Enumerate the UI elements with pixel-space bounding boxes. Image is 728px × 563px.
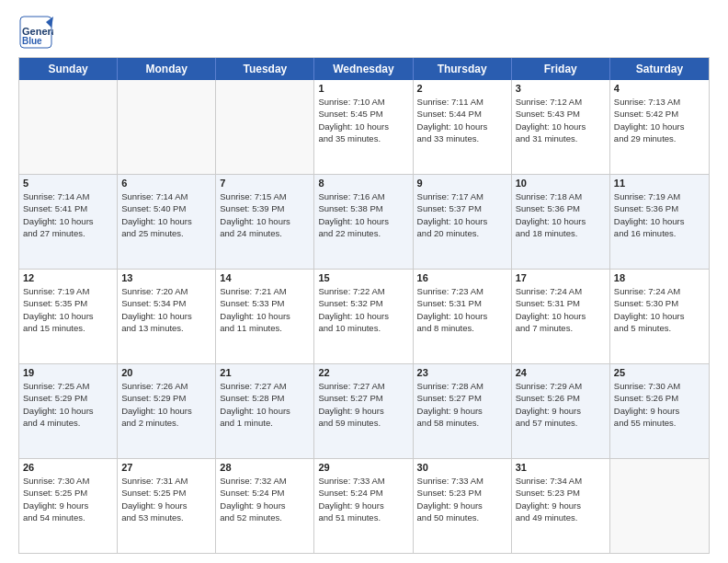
header-cell-monday: Monday	[118, 58, 216, 80]
header-cell-sunday: Sunday	[19, 58, 118, 80]
day-info-11: Sunrise: 7:19 AM Sunset: 5:36 PM Dayligh…	[614, 190, 705, 239]
calendar-row-2: 12Sunrise: 7:19 AM Sunset: 5:35 PM Dayli…	[19, 269, 709, 363]
day-info-24: Sunrise: 7:29 AM Sunset: 5:26 PM Dayligh…	[516, 380, 606, 429]
day-number-14: 14	[220, 272, 310, 283]
day-number-28: 28	[220, 462, 310, 473]
day-cell-2: 2Sunrise: 7:11 AM Sunset: 5:44 PM Daylig…	[414, 80, 512, 174]
day-number-30: 30	[417, 462, 507, 473]
day-number-4: 4	[614, 83, 705, 94]
day-info-31: Sunrise: 7:34 AM Sunset: 5:23 PM Dayligh…	[516, 475, 606, 523]
day-info-16: Sunrise: 7:23 AM Sunset: 5:31 PM Dayligh…	[417, 285, 507, 334]
day-cell-26: 26Sunrise: 7:30 AM Sunset: 5:25 PM Dayli…	[19, 459, 118, 553]
day-cell-29: 29Sunrise: 7:33 AM Sunset: 5:24 PM Dayli…	[314, 459, 413, 553]
day-info-25: Sunrise: 7:30 AM Sunset: 5:26 PM Dayligh…	[614, 380, 705, 429]
day-number-1: 1	[318, 83, 408, 94]
calendar-body: 1Sunrise: 7:10 AM Sunset: 5:45 PM Daylig…	[19, 80, 709, 553]
day-number-2: 2	[417, 83, 507, 94]
empty-cell-r0c1	[118, 80, 216, 174]
day-number-23: 23	[417, 367, 507, 378]
day-cell-19: 19Sunrise: 7:25 AM Sunset: 5:29 PM Dayli…	[19, 364, 118, 458]
calendar-row-1: 5Sunrise: 7:14 AM Sunset: 5:41 PM Daylig…	[19, 174, 709, 269]
page-header: General Blue	[18, 15, 710, 50]
day-cell-9: 9Sunrise: 7:17 AM Sunset: 5:37 PM Daylig…	[414, 175, 512, 269]
day-number-5: 5	[23, 178, 113, 189]
day-info-10: Sunrise: 7:18 AM Sunset: 5:36 PM Dayligh…	[516, 190, 606, 239]
day-cell-6: 6Sunrise: 7:14 AM Sunset: 5:40 PM Daylig…	[118, 175, 216, 269]
day-cell-1: 1Sunrise: 7:10 AM Sunset: 5:45 PM Daylig…	[314, 80, 413, 174]
calendar-row-4: 26Sunrise: 7:30 AM Sunset: 5:25 PM Dayli…	[19, 458, 709, 553]
empty-cell-r0c2	[216, 80, 314, 174]
day-number-15: 15	[318, 272, 408, 283]
day-info-28: Sunrise: 7:32 AM Sunset: 5:24 PM Dayligh…	[220, 475, 310, 523]
day-cell-17: 17Sunrise: 7:24 AM Sunset: 5:31 PM Dayli…	[512, 270, 610, 363]
day-info-7: Sunrise: 7:15 AM Sunset: 5:39 PM Dayligh…	[220, 190, 310, 239]
day-cell-16: 16Sunrise: 7:23 AM Sunset: 5:31 PM Dayli…	[414, 270, 512, 363]
day-cell-25: 25Sunrise: 7:30 AM Sunset: 5:26 PM Dayli…	[610, 364, 709, 458]
day-number-26: 26	[23, 462, 113, 473]
day-number-27: 27	[121, 462, 211, 473]
day-cell-4: 4Sunrise: 7:13 AM Sunset: 5:42 PM Daylig…	[610, 80, 709, 174]
day-cell-3: 3Sunrise: 7:12 AM Sunset: 5:43 PM Daylig…	[512, 80, 610, 174]
day-number-20: 20	[121, 367, 211, 378]
day-number-10: 10	[516, 178, 606, 189]
day-number-11: 11	[614, 178, 705, 189]
day-cell-7: 7Sunrise: 7:15 AM Sunset: 5:39 PM Daylig…	[216, 175, 314, 269]
day-info-21: Sunrise: 7:27 AM Sunset: 5:28 PM Dayligh…	[220, 380, 310, 429]
day-number-25: 25	[614, 367, 705, 378]
header-cell-thursday: Thursday	[414, 58, 512, 80]
day-number-16: 16	[417, 272, 507, 283]
logo-icon: General Blue	[18, 15, 53, 50]
day-cell-14: 14Sunrise: 7:21 AM Sunset: 5:33 PM Dayli…	[216, 270, 314, 363]
header-cell-wednesday: Wednesday	[314, 58, 413, 80]
day-info-2: Sunrise: 7:11 AM Sunset: 5:44 PM Dayligh…	[417, 96, 507, 144]
day-info-6: Sunrise: 7:14 AM Sunset: 5:40 PM Dayligh…	[121, 190, 211, 239]
day-cell-10: 10Sunrise: 7:18 AM Sunset: 5:36 PM Dayli…	[512, 175, 610, 269]
day-number-6: 6	[121, 178, 211, 189]
empty-cell-r0c0	[19, 80, 118, 174]
day-cell-11: 11Sunrise: 7:19 AM Sunset: 5:36 PM Dayli…	[610, 175, 709, 269]
day-cell-24: 24Sunrise: 7:29 AM Sunset: 5:26 PM Dayli…	[512, 364, 610, 458]
day-number-22: 22	[318, 367, 408, 378]
day-cell-27: 27Sunrise: 7:31 AM Sunset: 5:25 PM Dayli…	[118, 459, 216, 553]
day-info-14: Sunrise: 7:21 AM Sunset: 5:33 PM Dayligh…	[220, 285, 310, 334]
day-info-17: Sunrise: 7:24 AM Sunset: 5:31 PM Dayligh…	[516, 285, 606, 334]
day-number-24: 24	[516, 367, 606, 378]
day-number-12: 12	[23, 272, 113, 283]
day-info-18: Sunrise: 7:24 AM Sunset: 5:30 PM Dayligh…	[614, 285, 705, 334]
day-cell-20: 20Sunrise: 7:26 AM Sunset: 5:29 PM Dayli…	[118, 364, 216, 458]
day-cell-5: 5Sunrise: 7:14 AM Sunset: 5:41 PM Daylig…	[19, 175, 118, 269]
day-number-31: 31	[516, 462, 606, 473]
day-number-19: 19	[23, 367, 113, 378]
day-cell-8: 8Sunrise: 7:16 AM Sunset: 5:38 PM Daylig…	[314, 175, 413, 269]
day-cell-13: 13Sunrise: 7:20 AM Sunset: 5:34 PM Dayli…	[118, 270, 216, 363]
day-info-23: Sunrise: 7:28 AM Sunset: 5:27 PM Dayligh…	[417, 380, 507, 429]
day-info-3: Sunrise: 7:12 AM Sunset: 5:43 PM Dayligh…	[516, 96, 606, 144]
day-cell-23: 23Sunrise: 7:28 AM Sunset: 5:27 PM Dayli…	[414, 364, 512, 458]
calendar-header-row: SundayMondayTuesdayWednesdayThursdayFrid…	[19, 58, 709, 80]
day-number-17: 17	[516, 272, 606, 283]
svg-text:Blue: Blue	[22, 36, 42, 46]
day-info-20: Sunrise: 7:26 AM Sunset: 5:29 PM Dayligh…	[121, 380, 211, 429]
day-info-29: Sunrise: 7:33 AM Sunset: 5:24 PM Dayligh…	[318, 475, 408, 523]
day-number-13: 13	[121, 272, 211, 283]
day-info-5: Sunrise: 7:14 AM Sunset: 5:41 PM Dayligh…	[23, 190, 113, 239]
header-cell-friday: Friday	[512, 58, 610, 80]
calendar-row-0: 1Sunrise: 7:10 AM Sunset: 5:45 PM Daylig…	[19, 80, 709, 174]
day-number-8: 8	[318, 178, 408, 189]
day-info-26: Sunrise: 7:30 AM Sunset: 5:25 PM Dayligh…	[23, 475, 113, 523]
empty-cell-r4c6	[610, 459, 709, 553]
day-info-1: Sunrise: 7:10 AM Sunset: 5:45 PM Dayligh…	[318, 96, 408, 144]
day-cell-12: 12Sunrise: 7:19 AM Sunset: 5:35 PM Dayli…	[19, 270, 118, 363]
day-info-12: Sunrise: 7:19 AM Sunset: 5:35 PM Dayligh…	[23, 285, 113, 334]
logo: General Blue	[18, 15, 57, 50]
day-info-19: Sunrise: 7:25 AM Sunset: 5:29 PM Dayligh…	[23, 380, 113, 429]
header-cell-saturday: Saturday	[610, 58, 709, 80]
day-number-29: 29	[318, 462, 408, 473]
day-cell-18: 18Sunrise: 7:24 AM Sunset: 5:30 PM Dayli…	[610, 270, 709, 363]
day-info-9: Sunrise: 7:17 AM Sunset: 5:37 PM Dayligh…	[417, 190, 507, 239]
day-info-13: Sunrise: 7:20 AM Sunset: 5:34 PM Dayligh…	[121, 285, 211, 334]
day-number-9: 9	[417, 178, 507, 189]
day-info-30: Sunrise: 7:33 AM Sunset: 5:23 PM Dayligh…	[417, 475, 507, 523]
day-cell-30: 30Sunrise: 7:33 AM Sunset: 5:23 PM Dayli…	[414, 459, 512, 553]
day-number-21: 21	[220, 367, 310, 378]
